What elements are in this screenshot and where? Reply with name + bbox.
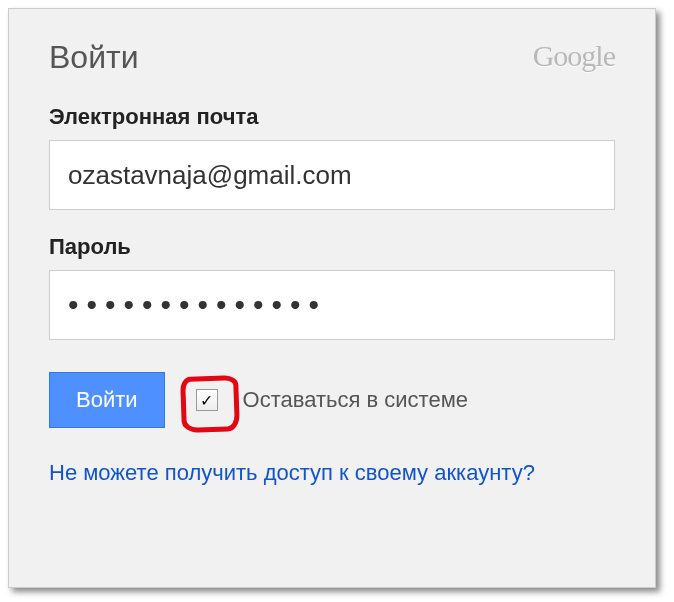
email-field[interactable]	[49, 140, 615, 210]
account-help-link[interactable]: Не можете получить доступ к своему аккау…	[49, 456, 569, 489]
signin-button[interactable]: Войти	[49, 372, 165, 428]
stay-signed-group: ✓ Оставаться в системе	[185, 378, 468, 422]
action-row: Войти ✓ Оставаться в системе	[49, 372, 615, 428]
login-panel: Войти Google Электронная почта Пароль Во…	[8, 8, 656, 588]
google-logo: Google	[533, 39, 615, 73]
header-row: Войти Google	[49, 39, 615, 76]
password-label: Пароль	[49, 234, 615, 260]
checkbox-highlight-annotation: ✓	[185, 378, 229, 422]
stay-signed-label: Оставаться в системе	[243, 387, 468, 413]
page-title: Войти	[49, 39, 139, 76]
stay-signed-checkbox[interactable]: ✓	[196, 389, 218, 411]
email-label: Электронная почта	[49, 104, 615, 130]
password-field[interactable]	[49, 270, 615, 340]
